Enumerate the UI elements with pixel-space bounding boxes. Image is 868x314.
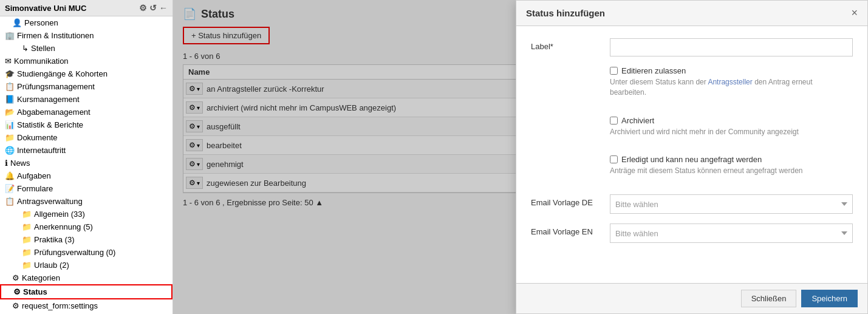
editieren-checkbox-label[interactable]: Editieren zulassen: [610, 66, 853, 75]
sidebar-item-news[interactable]: ℹ News: [0, 157, 173, 169]
editieren-hint: Unter diesem Status kann der Antragsstel…: [610, 77, 853, 98]
modal-header: Status hinzufügen ×: [516, 1, 867, 26]
sidebar-item-studiengaenge[interactable]: 🎓 Studiengänge & Kohorten: [0, 67, 173, 80]
label-input[interactable]: [610, 38, 853, 56]
archiviert-row: Archiviert Archiviert und wird nicht meh…: [531, 116, 853, 146]
sidebar-item-pruefungsmanagement[interactable]: 📋 Prüfungsmanagement: [0, 80, 173, 93]
editieren-hint-text2: bearbeiten.: [610, 88, 646, 97]
editieren-checkbox[interactable]: [610, 67, 618, 75]
sidebar-item-formulare[interactable]: 📝 Formulare: [0, 182, 173, 195]
erledigt-spacer: [531, 155, 610, 159]
sidebar-item-antragsverwaltung[interactable]: 📋 Antragsverwaltung: [0, 195, 173, 208]
sidebar-item-label: Kommunikation: [14, 56, 69, 66]
folder6-icon: 📁: [22, 261, 32, 270]
sidebar-item-statistik[interactable]: 📊 Statistik & Berichte: [0, 118, 173, 131]
label-field-container: [610, 38, 853, 56]
sidebar-item-label: Status: [23, 287, 47, 296]
close-button[interactable]: Schließen: [741, 290, 797, 307]
sidebar-item-allgemein[interactable]: 📁 Allgemein (33): [0, 208, 173, 220]
form-icon: 📝: [5, 184, 15, 193]
modal-title: Status hinzufügen: [526, 8, 605, 18]
erledigt-row: Erledigt und kann neu angefragt werden A…: [531, 155, 853, 185]
modal-footer: Schließen Speichern: [516, 283, 867, 313]
sidebar: Simonvative Uni MUC ⚙ ↺ ← 👤 Personen 🏢 F…: [0, 0, 173, 314]
sidebar-item-stellen[interactable]: ↳ Stellen: [0, 42, 173, 55]
folder3-icon: 📁: [22, 222, 32, 231]
erledigt-checkbox-label[interactable]: Erledigt und kann neu angefragt werden: [610, 155, 853, 164]
modal-close-button[interactable]: ×: [851, 7, 858, 19]
antragssteller-link[interactable]: Antragssteller: [708, 78, 752, 86]
tree-icon: 📋: [5, 197, 15, 206]
sidebar-item-internetauftritt[interactable]: 🌐 Internetauftritt: [0, 144, 173, 157]
archiviert-checkbox[interactable]: [610, 117, 618, 125]
clipboard-icon: 📋: [5, 82, 15, 91]
docs-icon: 📁: [5, 133, 15, 142]
sidebar-item-status[interactable]: ⚙ Status: [0, 284, 173, 299]
archiviert-label-text: Archiviert: [621, 116, 654, 125]
erledigt-checkbox[interactable]: [610, 155, 618, 163]
archiviert-checkbox-label[interactable]: Archiviert: [610, 116, 853, 125]
folder2-icon: 📁: [22, 210, 32, 219]
building-icon: 🏢: [5, 31, 15, 40]
modal-body: Label* Editieren zulassen: [516, 26, 867, 283]
editieren-hint-text: Unter diesem Status kann der Antragsstel…: [610, 78, 813, 86]
person-icon: 👤: [12, 18, 22, 27]
refresh-icon[interactable]: ↺: [149, 3, 157, 13]
sidebar-item-urlaub[interactable]: 📁 Urlaub (2): [0, 259, 173, 271]
sidebar-item-aufgaben[interactable]: 🔔 Aufgaben: [0, 169, 173, 182]
sidebar-item-kategorien[interactable]: ⚙ Kategorien: [0, 271, 173, 284]
email-de-label: Email Vorlage DE: [531, 194, 610, 207]
sidebar-item-label: Kategorien: [22, 273, 60, 282]
sidebar-item-label: Studiengänge & Kohorten: [17, 69, 108, 78]
globe-icon: 🌐: [5, 146, 15, 155]
graduation-icon: 🎓: [5, 69, 15, 78]
erledigt-label-text: Erledigt und kann neu angefragt werden: [621, 155, 762, 164]
back-icon[interactable]: ←: [159, 3, 168, 13]
sidebar-item-kommunikation[interactable]: ✉ Kommunikation: [0, 55, 173, 67]
sidebar-item-request-form-settings[interactable]: ⚙ request_form:settings: [0, 299, 173, 312]
sidebar-item-label: Prüfungsmanagement: [17, 82, 95, 91]
sidebar-item-label: Firmen & Institutionen: [17, 31, 94, 40]
editieren-spacer: [531, 66, 610, 70]
sidebar-item-label: Urlaub (2): [34, 261, 69, 270]
modal-overlay: Status hinzufügen × Label*: [173, 0, 868, 314]
sidebar-header: Simonvative Uni MUC ⚙ ↺ ←: [0, 0, 173, 16]
bell-icon: 🔔: [5, 171, 15, 180]
sidebar-item-label: Aufgaben: [17, 171, 51, 180]
editieren-label-text: Editieren zulassen: [621, 66, 686, 75]
sidebar-item-label: Anerkennung (5): [34, 222, 93, 231]
settings-icon[interactable]: ⚙: [139, 3, 147, 13]
email-de-row: Email Vorlage DE Bitte wählen: [531, 194, 853, 214]
sidebar-item-label: Internetauftritt: [17, 146, 66, 155]
sidebar-item-pruefungsverwaltung[interactable]: 📁 Prüfungsverwaltung (0): [0, 246, 173, 259]
main-content: 📄 Status + Status hinzufügen 1 - 6 von 6…: [173, 0, 868, 314]
archiviert-hint: Archiviert und wird nicht mehr in der Co…: [610, 127, 853, 137]
email-en-select[interactable]: Bitte wählen: [610, 224, 853, 243]
sidebar-item-praktika[interactable]: 📁 Praktika (3): [0, 233, 173, 246]
info-icon: ℹ: [5, 159, 8, 168]
sidebar-item-label: Allgemein (33): [34, 210, 85, 219]
sidebar-item-personen[interactable]: 👤 Personen: [0, 16, 173, 29]
chart-icon: 📊: [5, 120, 15, 129]
sidebar-item-label: News: [10, 159, 30, 168]
label-row: Label*: [531, 38, 853, 56]
sidebar-item-label: Stellen: [31, 44, 55, 53]
sidebar-item-label: Kursmanagement: [17, 95, 80, 104]
folder5-icon: 📁: [22, 248, 32, 257]
gear4-icon: ⚙: [12, 301, 19, 310]
email-en-field: Bitte wählen: [610, 224, 853, 243]
sidebar-item-abgabemanagement[interactable]: 📂 Abgabemanagement: [0, 106, 173, 118]
sidebar-item-anerkennung[interactable]: 📁 Anerkennung (5): [0, 220, 173, 233]
sidebar-item-firmen[interactable]: 🏢 Firmen & Institutionen: [0, 29, 173, 42]
sidebar-item-kursmanagement[interactable]: 📘 Kursmanagement: [0, 93, 173, 106]
sidebar-item-label: Praktika (3): [34, 235, 74, 244]
label-field-label: Label*: [531, 38, 610, 51]
sidebar-item-label: Formulare: [17, 184, 53, 193]
email-de-select[interactable]: Bitte wählen: [610, 194, 853, 214]
sidebar-item-dokumente[interactable]: 📁 Dokumente: [0, 131, 173, 144]
archiviert-field: Archiviert Archiviert und wird nicht meh…: [610, 116, 853, 146]
sidebar-item-label: request_form:settings: [22, 301, 98, 310]
email-en-row: Email Vorlage EN Bitte wählen: [531, 224, 853, 243]
save-button[interactable]: Speichern: [801, 290, 858, 307]
folder4-icon: 📁: [22, 235, 32, 244]
